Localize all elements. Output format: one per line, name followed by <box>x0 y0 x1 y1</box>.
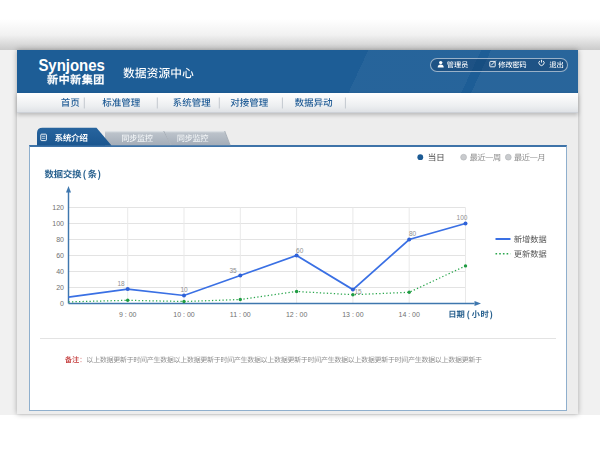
svg-text:9 : 00: 9 : 00 <box>119 311 137 318</box>
svg-text:100: 100 <box>457 214 468 221</box>
svg-text:10 : 00: 10 : 00 <box>173 311 195 318</box>
svg-text:40: 40 <box>56 268 64 275</box>
svg-text:18: 18 <box>117 280 125 287</box>
svg-text:100: 100 <box>52 220 64 227</box>
svg-text:120: 120 <box>52 204 64 211</box>
svg-text:Synjones: Synjones <box>38 56 105 74</box>
svg-text:35: 35 <box>229 267 237 274</box>
svg-text:60: 60 <box>296 247 304 254</box>
svg-text:14 : 00: 14 : 00 <box>398 311 420 318</box>
svg-text:15: 15 <box>354 288 362 295</box>
svg-text:60: 60 <box>56 252 64 259</box>
svg-text:80: 80 <box>56 236 64 243</box>
svg-text:0: 0 <box>60 300 64 307</box>
svg-text:11 : 00: 11 : 00 <box>230 311 251 318</box>
svg-text:13 : 00: 13 : 00 <box>342 311 364 318</box>
svg-text:10: 10 <box>180 286 188 293</box>
svg-text:20: 20 <box>56 284 64 291</box>
svg-text:12 : 00: 12 : 00 <box>286 311 308 318</box>
svg-text:80: 80 <box>409 230 417 237</box>
